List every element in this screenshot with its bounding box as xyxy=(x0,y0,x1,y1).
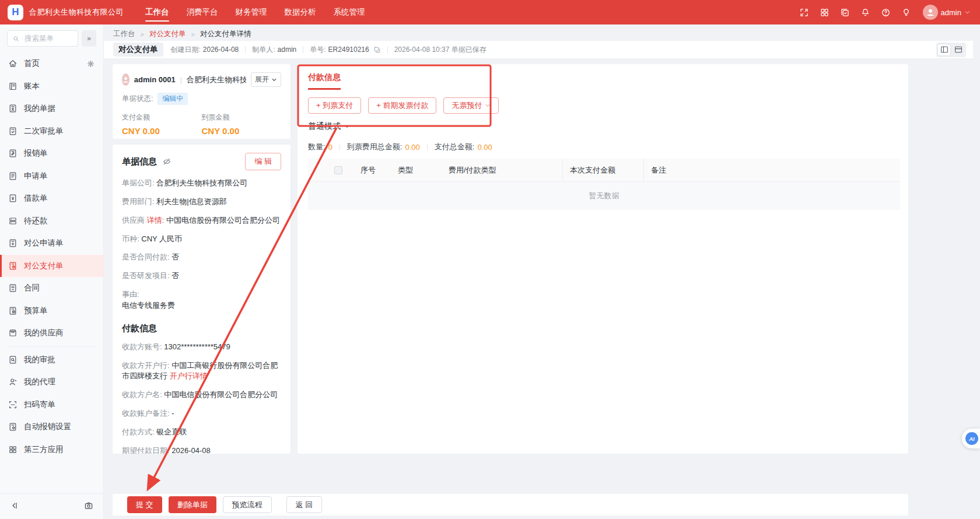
pay-total-label: 支付总金额: xyxy=(435,142,475,152)
pay-amount-value: CNY 0.00 xyxy=(122,126,202,136)
field-value: CNY 人民币 xyxy=(141,234,182,243)
meta-divider xyxy=(387,46,388,53)
sidebar-item-my-documents[interactable]: 我的单据 xyxy=(0,97,103,120)
sidebar-expand-button[interactable]: » xyxy=(82,30,96,47)
pay-total-value: 0.00 xyxy=(477,143,492,152)
collapse-sidebar-icon[interactable] xyxy=(10,501,19,510)
person-icon xyxy=(122,75,130,84)
field-label: 收款方户名: xyxy=(122,390,162,399)
field-value: 1302***********5479 xyxy=(164,342,230,351)
nav-workbench[interactable]: 工作台 xyxy=(136,0,178,24)
copy-docs-icon[interactable] xyxy=(840,8,850,17)
user-menu[interactable]: admin xyxy=(923,5,971,20)
field-label: 收款方开户行: xyxy=(122,361,170,370)
menu-divider xyxy=(7,346,96,347)
bell-icon[interactable] xyxy=(860,8,870,17)
sidebar-item-home[interactable]: 首页 xyxy=(0,52,103,75)
edit-button[interactable]: 编 辑 xyxy=(245,153,281,170)
breadcrumb-corporate-payment[interactable]: 对公支付单 xyxy=(149,29,186,39)
select-all-checkbox[interactable] xyxy=(334,166,342,174)
nav-finance[interactable]: 财务管理 xyxy=(227,0,276,24)
button-label: 无票预付 xyxy=(452,100,482,111)
stats-divider xyxy=(340,143,340,150)
sidebar-item-label: 报销单 xyxy=(24,148,48,159)
sidebar-item-label: 我的单据 xyxy=(24,103,55,114)
field-value: 否 xyxy=(172,253,179,261)
company-name: 合肥利夫生物科技有限公司 xyxy=(29,7,124,17)
layout-top-button[interactable] xyxy=(952,44,964,55)
mode-selector[interactable]: 普通模式 xyxy=(298,121,908,132)
sidebar-item-corporate-payment[interactable]: 对公支付单 xyxy=(0,255,103,278)
sidebar-item-third-party-apps[interactable]: 第三方应用 xyxy=(0,439,103,461)
sidebar-item-expense-form[interactable]: 报销单 xyxy=(0,142,103,165)
no-invoice-prepay-button[interactable]: 无票预付 xyxy=(443,97,499,114)
sidebar-item-budget-form[interactable]: 预算单 xyxy=(0,300,103,322)
col-note: 备注 xyxy=(644,159,900,181)
submit-button[interactable]: 提 交 xyxy=(127,496,162,513)
supplier-detail-link[interactable]: 详情: xyxy=(147,216,164,225)
button-label: + 到票支付 xyxy=(316,100,353,111)
sidebar-item-contract[interactable]: 合同 xyxy=(0,277,103,300)
my-agent-icon xyxy=(8,377,18,387)
third-party-apps-icon xyxy=(8,445,18,454)
sidebar-item-label: 预算单 xyxy=(24,306,48,316)
fullscreen-icon[interactable] xyxy=(799,8,809,17)
camera-icon[interactable] xyxy=(84,501,93,510)
sidebar-item-application-form[interactable]: 申请单 xyxy=(0,165,103,188)
field-label: 期望付款日期: xyxy=(122,446,170,454)
ai-assistant-button[interactable]: AI xyxy=(962,429,980,448)
contract-icon xyxy=(8,283,18,293)
invoice-pay-button[interactable]: + 到票支付 xyxy=(308,97,361,114)
sidebar-item-scan-mail[interactable]: 扫码寄单 xyxy=(0,394,103,416)
field-value: 中国电信股份有限公司合肥分公司 xyxy=(166,216,280,225)
sidebar-item-second-approval[interactable]: 二次审批单 xyxy=(0,120,103,143)
help-icon[interactable] xyxy=(881,8,891,17)
table-header: 序号 类型 费用/付款类型 本次支付金额 备注 xyxy=(308,159,900,182)
sidebar-item-ledger[interactable]: 账本 xyxy=(0,75,103,98)
apps-grid-icon[interactable] xyxy=(820,8,830,17)
scan-mail-icon xyxy=(8,400,18,409)
sidebar-item-my-suppliers[interactable]: 我的供应商 xyxy=(0,322,103,345)
stats-row: 数量: 0 到票费用总金额: 0.00 支付总金额: 0.00 xyxy=(298,142,908,152)
copy-icon[interactable] xyxy=(373,46,381,54)
loan-form-icon xyxy=(8,194,18,203)
tab-payment-info[interactable]: 付款信息 xyxy=(308,72,341,90)
field-value: 否 xyxy=(172,271,179,280)
delete-button[interactable]: 删除单据 xyxy=(169,496,216,513)
sidebar-item-label: 账本 xyxy=(24,81,40,92)
payment-table: 序号 类型 费用/付款类型 本次支付金额 备注 暂无数据 xyxy=(308,159,900,210)
sidebar-item-pending-repayment[interactable]: 待还款 xyxy=(0,210,103,233)
expense-form-icon xyxy=(8,149,18,158)
search-input[interactable] xyxy=(23,34,73,43)
sidebar-item-my-agent[interactable]: 我的代理 xyxy=(0,371,103,394)
sidebar-item-auto-expense-settings[interactable]: 自动报销设置 xyxy=(0,416,103,439)
nav-system-admin[interactable]: 系统管理 xyxy=(325,0,374,24)
app-logo[interactable]: H xyxy=(8,5,23,20)
document-info-card: 单据信息 编 辑 单据公司: 合肥利夫生物科技有限公司 费用部门: 利夫生物|信… xyxy=(113,145,290,454)
back-button[interactable]: 返 回 xyxy=(286,496,323,513)
invoice-amount-value: CNY 0.00 xyxy=(202,126,282,136)
corporate-application-icon xyxy=(8,239,18,248)
status-badge: 编辑中 xyxy=(158,93,188,105)
eye-off-icon[interactable] xyxy=(162,157,172,166)
breadcrumb-workbench[interactable]: 工作台 xyxy=(113,29,135,39)
invoice-total-value: 0.00 xyxy=(405,143,419,152)
sidebar-item-my-approvals[interactable]: 我的审批 xyxy=(0,349,103,371)
gear-icon[interactable] xyxy=(86,59,95,68)
bank-detail-link[interactable]: 开户行详情 xyxy=(170,371,208,380)
expand-button[interactable]: 展开 xyxy=(251,72,281,87)
sidebar-item-label: 我的供应商 xyxy=(24,328,64,338)
sidebar-item-corporate-application[interactable]: 对公申请单 xyxy=(0,232,103,255)
sidebar-item-loan-form[interactable]: 借款单 xyxy=(0,187,103,210)
auto-expense-settings-icon xyxy=(8,422,18,432)
layout-left-button[interactable] xyxy=(938,44,950,55)
preview-flow-button[interactable]: 预览流程 xyxy=(223,496,272,513)
meta-divider xyxy=(245,46,246,53)
menu-search[interactable] xyxy=(7,30,78,47)
field-value: 利夫生物|信息资源部 xyxy=(156,197,226,206)
nav-data-analysis[interactable]: 数据分析 xyxy=(276,0,325,24)
feedback-icon[interactable] xyxy=(901,8,911,17)
prior-invoice-pay-button[interactable]: + 前期发票付款 xyxy=(368,97,436,114)
pay-amount-label: 支付金额 xyxy=(122,113,202,122)
nav-consume-platform[interactable]: 消费平台 xyxy=(178,0,227,24)
